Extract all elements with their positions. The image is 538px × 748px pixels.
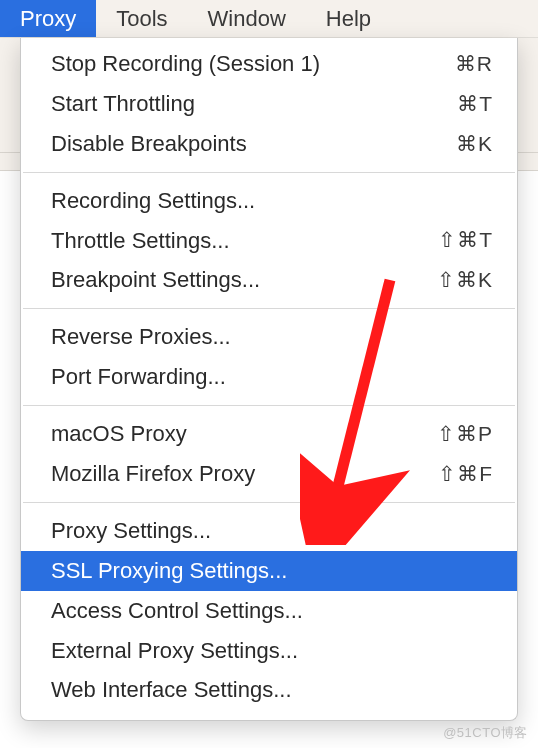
menu-item-label: Web Interface Settings...: [51, 674, 292, 706]
menu-item-disable-breakpoints[interactable]: Disable Breakpoints⌘K: [21, 124, 517, 164]
menu-item-label: Breakpoint Settings...: [51, 264, 260, 296]
menu-item-label: Recording Settings...: [51, 185, 255, 217]
menu-item-label: macOS Proxy: [51, 418, 187, 450]
menu-item-label: Proxy Settings...: [51, 515, 211, 547]
menu-item-label: Port Forwarding...: [51, 361, 226, 393]
menu-item-shortcut: ⇧⌘P: [437, 419, 493, 449]
menu-separator: [23, 308, 515, 309]
menu-item-shortcut: ⇧⌘F: [438, 459, 493, 489]
menu-separator: [23, 172, 515, 173]
menu-item-external-proxy-settings[interactable]: External Proxy Settings...: [21, 631, 517, 671]
menu-item-access-control-settings[interactable]: Access Control Settings...: [21, 591, 517, 631]
menu-item-port-forwarding[interactable]: Port Forwarding...: [21, 357, 517, 397]
menu-item-proxy-settings[interactable]: Proxy Settings...: [21, 511, 517, 551]
menu-item-label: Reverse Proxies...: [51, 321, 231, 353]
menu-item-label: SSL Proxying Settings...: [51, 555, 287, 587]
menu-separator: [23, 502, 515, 503]
menu-item-ssl-proxying-settings[interactable]: SSL Proxying Settings...: [21, 551, 517, 591]
menu-item-label: Stop Recording (Session 1): [51, 48, 320, 80]
menubar-item-proxy[interactable]: Proxy: [0, 0, 96, 37]
menu-item-label: Disable Breakpoints: [51, 128, 247, 160]
menu-item-shortcut: ⇧⌘T: [438, 225, 493, 255]
menu-item-web-interface-settings[interactable]: Web Interface Settings...: [21, 670, 517, 710]
menu-item-shortcut: ⌘K: [456, 129, 493, 159]
menubar: ProxyToolsWindowHelp: [0, 0, 538, 38]
menu-separator: [23, 405, 515, 406]
menu-item-label: Start Throttling: [51, 88, 195, 120]
menu-item-recording-settings[interactable]: Recording Settings...: [21, 181, 517, 221]
menu-item-shortcut: ⇧⌘K: [437, 265, 493, 295]
menubar-item-tools[interactable]: Tools: [96, 0, 187, 37]
menu-item-reverse-proxies[interactable]: Reverse Proxies...: [21, 317, 517, 357]
menu-item-mozilla-firefox-proxy[interactable]: Mozilla Firefox Proxy⇧⌘F: [21, 454, 517, 494]
menu-item-macos-proxy[interactable]: macOS Proxy⇧⌘P: [21, 414, 517, 454]
menu-item-label: External Proxy Settings...: [51, 635, 298, 667]
menu-item-stop-recording-session-1[interactable]: Stop Recording (Session 1)⌘R: [21, 44, 517, 84]
menu-item-start-throttling[interactable]: Start Throttling⌘T: [21, 84, 517, 124]
menu-item-label: Access Control Settings...: [51, 595, 303, 627]
menu-item-label: Mozilla Firefox Proxy: [51, 458, 255, 490]
menu-item-label: Throttle Settings...: [51, 225, 230, 257]
menu-item-shortcut: ⌘R: [455, 49, 493, 79]
menubar-item-help[interactable]: Help: [306, 0, 391, 37]
proxy-menu-dropdown: Stop Recording (Session 1)⌘RStart Thrott…: [20, 38, 518, 721]
menubar-item-window[interactable]: Window: [188, 0, 306, 37]
menu-item-throttle-settings[interactable]: Throttle Settings...⇧⌘T: [21, 221, 517, 261]
watermark-text: @51CTO博客: [443, 724, 528, 742]
menu-item-breakpoint-settings[interactable]: Breakpoint Settings...⇧⌘K: [21, 260, 517, 300]
menu-item-shortcut: ⌘T: [457, 89, 493, 119]
